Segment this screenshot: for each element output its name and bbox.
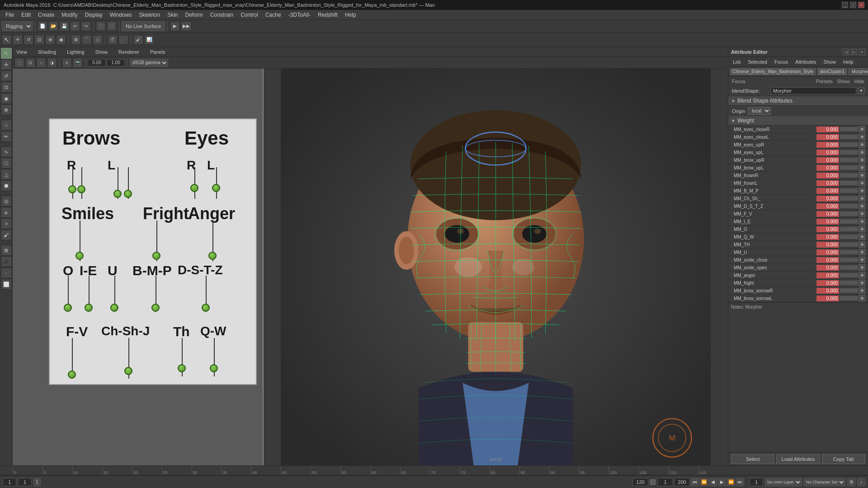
brows-l2-knob[interactable] (124, 190, 132, 198)
show-label[interactable]: Show (837, 79, 850, 84)
vtab-view[interactable]: View (14, 48, 29, 56)
bmp-knob[interactable] (151, 304, 160, 312)
object-chip-skin[interactable]: skinCluster1 (817, 68, 847, 75)
close-button[interactable]: × (858, 2, 864, 8)
menu-3dtoall[interactable]: -3DToAll- (285, 11, 314, 19)
attr-tab-show[interactable]: Show (821, 58, 839, 66)
object-chip-mesh[interactable]: Chinese_Elderly_Man_Badminton_Style (730, 68, 816, 75)
weight-attr-key-btn[interactable] (859, 295, 865, 301)
step-fwd-btn[interactable]: ⏩ (727, 478, 735, 486)
attr-tab-focus[interactable]: Focus (772, 58, 791, 66)
weight-attr-value[interactable] (816, 142, 839, 148)
weight-attr-key-btn[interactable] (859, 195, 865, 202)
vtab-lighting[interactable]: Lighting (65, 48, 86, 56)
menu-create[interactable]: Create (34, 11, 58, 19)
render-seq-btn[interactable]: ▶▶ (181, 21, 192, 31)
weight-attr-key-btn[interactable] (859, 134, 865, 140)
component-editor-btn[interactable]: 📊 (144, 35, 154, 45)
select-btn[interactable]: ⬚ (96, 21, 106, 31)
attr-tab-selected[interactable]: Selected (745, 58, 770, 66)
weight-attr-key-btn[interactable] (859, 226, 865, 232)
snap-to-point-btn[interactable]: ◇ (93, 35, 103, 45)
weight-attr-key-btn[interactable] (859, 287, 865, 294)
th-knob[interactable] (178, 364, 186, 372)
cluster-tool[interactable]: ⬝ (1, 267, 12, 278)
joint-tool[interactable]: ◎ (1, 196, 12, 206)
lasso-select-tool[interactable]: ○ (1, 120, 12, 131)
weight-attr-key-btn[interactable] (859, 249, 865, 255)
u-knob[interactable] (110, 304, 118, 312)
weight-attr-value[interactable] (816, 196, 839, 202)
timeline-ruler[interactable]: 0510152025303540455055606570758085909510… (13, 466, 728, 475)
vp-camera-btn[interactable]: 📷 (73, 58, 83, 68)
weight-attr-value[interactable] (816, 203, 839, 209)
gamma-select[interactable]: sRGB gamma (130, 59, 168, 67)
step-back-btn[interactable]: ⏪ (700, 478, 708, 486)
vp-smooth-btn[interactable]: ○ (36, 58, 46, 68)
surface-tool[interactable]: ⬡ (1, 158, 12, 169)
vp-shade-btn[interactable]: ◑ (47, 58, 57, 68)
sculpt-tool[interactable]: ⬢ (1, 180, 12, 191)
attr-editor-expand[interactable]: ▷ (851, 49, 857, 55)
vp-grid-btn[interactable]: # (62, 58, 72, 68)
wrap-tool[interactable]: ⬜ (1, 279, 12, 290)
weight-attr-value[interactable] (816, 150, 839, 155)
weight-attr-key-btn[interactable] (859, 280, 865, 286)
undo-btn[interactable]: ↩ (70, 21, 80, 31)
vtab-renderer[interactable]: Renderer (117, 48, 141, 56)
paint-weights-tool[interactable]: 🖌 (1, 230, 12, 240)
brows-l1-knob[interactable] (77, 185, 85, 193)
soft-mod-tool[interactable]: ◉ (1, 93, 12, 104)
attr-tab-help[interactable]: Help (840, 58, 856, 66)
brows-r1-knob[interactable] (68, 185, 76, 193)
3d-viewport[interactable]: M persp (264, 69, 728, 465)
weight-attr-value[interactable] (816, 165, 839, 171)
weight-attr-value[interactable] (816, 226, 839, 232)
weight-attr-key-btn[interactable] (859, 257, 865, 263)
redo-btn[interactable]: ↪ (81, 21, 91, 31)
weight-attr-value[interactable] (816, 242, 839, 248)
weight-attr-key-btn[interactable] (859, 157, 865, 163)
timeline[interactable]: 0510152025303540455055606570758085909510… (0, 465, 868, 475)
vp-wireframe-btn[interactable]: ⊡ (25, 58, 35, 68)
maximize-button[interactable]: □ (850, 2, 856, 8)
weight-attr-key-btn[interactable] (859, 141, 865, 148)
loop-frame-input[interactable] (750, 478, 763, 486)
weight-attr-key-btn[interactable] (859, 203, 865, 209)
select-tool-btn[interactable]: ↖ (2, 35, 12, 45)
pb-end-input[interactable] (674, 478, 690, 486)
chshj-knob[interactable] (124, 367, 132, 375)
eyes-r-knob[interactable] (190, 184, 198, 192)
select-button[interactable]: Select (731, 454, 774, 464)
weight-attr-value[interactable] (816, 219, 839, 225)
load-attributes-button[interactable]: Load Attributes (776, 454, 820, 464)
weight-attr-value[interactable] (816, 296, 839, 301)
history-btn[interactable]: ⏱ (108, 35, 118, 45)
weight-attr-value[interactable] (816, 134, 839, 140)
scale-tool[interactable]: ⊡ (1, 82, 12, 93)
weight-attr-key-btn[interactable] (859, 164, 865, 171)
brows-r2-knob[interactable] (113, 190, 122, 198)
smiles-knob[interactable] (75, 252, 84, 260)
vp-value-input[interactable] (88, 59, 106, 66)
move-tool-btn[interactable]: ✛ (13, 35, 23, 45)
universal-manipulator-btn[interactable]: ⊕ (45, 35, 55, 45)
fright-knob[interactable] (152, 252, 160, 260)
menu-constrain[interactable]: Constrain (207, 11, 237, 19)
end-frame-input[interactable] (632, 478, 648, 486)
origin-select[interactable]: local (748, 107, 771, 115)
deformer-tool[interactable]: ⊞ (1, 245, 12, 256)
vp-select-all-btn[interactable]: ⬚ (14, 58, 24, 68)
bind-skin-tool[interactable]: ⌗ (1, 218, 12, 229)
weight-attr-key-btn[interactable] (859, 234, 865, 240)
attr-editor-minimize[interactable]: ◁ (843, 49, 849, 55)
menu-deform[interactable]: Deform (182, 11, 207, 19)
anim-settings-btn[interactable]: ⚙ (847, 478, 855, 486)
weight-attr-key-btn[interactable] (859, 218, 865, 225)
weight-attr-value[interactable] (816, 180, 839, 186)
go-start-btn[interactable]: ⏮ (691, 478, 699, 486)
menu-cache[interactable]: Cache (262, 11, 285, 19)
weight-attr-key-btn[interactable] (859, 126, 865, 132)
ik-tool[interactable]: ⌀ (1, 207, 12, 218)
menu-windows[interactable]: Windows (106, 11, 136, 19)
